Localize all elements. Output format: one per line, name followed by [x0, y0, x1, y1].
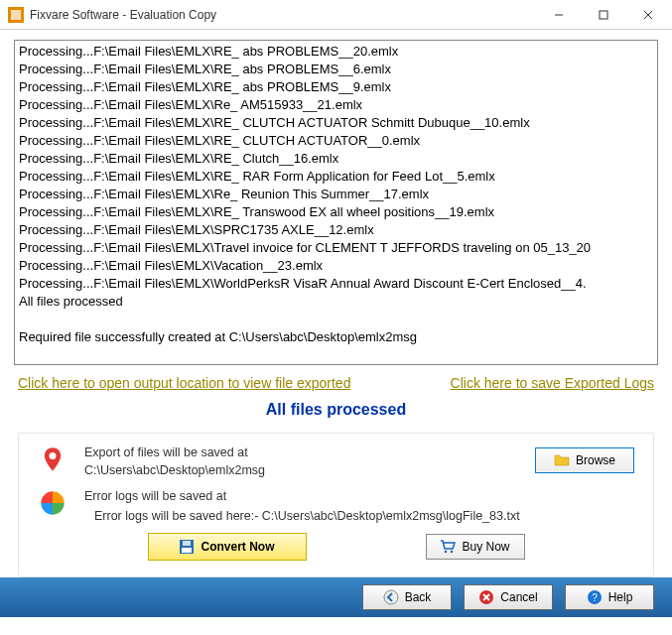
status-text: All files processed	[14, 401, 658, 419]
log-line: Processing...F:\Email Files\EMLX\Re_ Reu…	[19, 186, 653, 203]
svg-rect-9	[183, 541, 191, 546]
log-line: Processing...F:\Email Files\EMLX\RE_ abs…	[19, 78, 653, 96]
log-line	[19, 311, 653, 328]
minimize-button[interactable]	[536, 0, 581, 29]
convert-label: Convert Now	[201, 540, 274, 554]
back-label: Back	[405, 590, 432, 604]
svg-rect-8	[182, 548, 192, 553]
cancel-label: Cancel	[500, 590, 537, 604]
log-line: Processing...F:\Email Files\EMLX\Vacatio…	[19, 257, 653, 275]
help-icon: ?	[587, 589, 603, 605]
back-button[interactable]: Back	[362, 584, 452, 610]
errorlog-path: Error logs will be saved here:- C:\Users…	[94, 507, 530, 525]
titlebar: Fixvare Software - Evaluation Copy	[0, 0, 672, 30]
main-content: Processing...F:\Email Files\EMLX\RE_ abs…	[0, 30, 672, 577]
cancel-button[interactable]: Cancel	[464, 584, 553, 610]
pin-icon	[39, 445, 67, 473]
buy-label: Buy Now	[462, 540, 509, 554]
svg-text:?: ?	[592, 592, 598, 603]
browse-button[interactable]: Browse	[535, 447, 634, 473]
errorlog-label: Error logs will be saved at	[84, 487, 530, 505]
log-line: Processing...F:\Email Files\EMLX\WorldPe…	[19, 275, 653, 293]
convert-now-button[interactable]: Convert Now	[148, 533, 307, 561]
folder-icon	[554, 452, 570, 468]
svg-point-11	[451, 551, 454, 554]
save-logs-link[interactable]: Click here to save Exported Logs	[451, 375, 654, 391]
log-line: Processing...F:\Email Files\EMLX\RE_ RAR…	[19, 168, 653, 186]
close-button[interactable]	[625, 0, 670, 29]
log-line: Processing...F:\Email Files\EMLX\Re_ AM5…	[19, 96, 653, 114]
cancel-icon	[478, 589, 494, 605]
log-textarea[interactable]: Processing...F:\Email Files\EMLX\RE_ abs…	[14, 40, 658, 365]
window-title: Fixvare Software - Evaluation Copy	[30, 8, 536, 22]
log-line: Processing...F:\Email Files\EMLX\SPRC173…	[19, 221, 653, 239]
link-row: Click here to open output location to vi…	[18, 375, 654, 391]
log-line: Processing...F:\Email Files\EMLX\RE_ CLU…	[19, 132, 653, 150]
svg-rect-1	[11, 10, 21, 20]
export-label: Export of files will be saved at	[84, 444, 530, 461]
export-row: Export of files will be saved at C:\User…	[33, 444, 639, 479]
log-line: Processing...F:\Email Files\EMLX\RE_ CLU…	[19, 114, 653, 132]
log-line: Processing...F:\Email Files\EMLX\RE_ abs…	[19, 43, 653, 61]
options-panel: Export of files will be saved at C:\User…	[18, 433, 654, 577]
log-line: Processing...F:\Email Files\EMLX\RE_ abs…	[19, 61, 653, 78]
maximize-button[interactable]	[581, 0, 625, 29]
footer-bar: Back Cancel ? Help	[0, 577, 672, 617]
app-icon	[8, 7, 24, 23]
save-icon	[179, 539, 195, 555]
log-line: Processing...F:\Email Files\EMLX\Travel …	[19, 239, 653, 257]
buy-now-button[interactable]: Buy Now	[426, 534, 525, 560]
pie-icon	[39, 489, 67, 517]
errorlog-row: Error logs will be saved at Error logs w…	[33, 487, 639, 525]
svg-point-10	[445, 551, 448, 554]
log-line: All files processed	[19, 293, 653, 311]
svg-point-6	[50, 452, 57, 459]
export-path: C:\Users\abc\Desktop\emlx2msg	[84, 461, 530, 479]
svg-point-12	[384, 590, 398, 604]
open-output-link[interactable]: Click here to open output location to vi…	[18, 375, 350, 391]
help-button[interactable]: ? Help	[565, 584, 654, 610]
log-line: Processing...F:\Email Files\EMLX\RE_ Tra…	[19, 203, 653, 221]
log-line: Required file successfully created at C:…	[19, 328, 653, 346]
action-row: Convert Now Buy Now	[33, 533, 639, 561]
help-label: Help	[608, 590, 633, 604]
back-icon	[383, 589, 399, 605]
svg-rect-3	[600, 11, 607, 19]
log-line: Processing...F:\Email Files\EMLX\RE_ Clu…	[19, 150, 653, 168]
cart-icon	[440, 539, 456, 555]
browse-label: Browse	[576, 453, 615, 467]
